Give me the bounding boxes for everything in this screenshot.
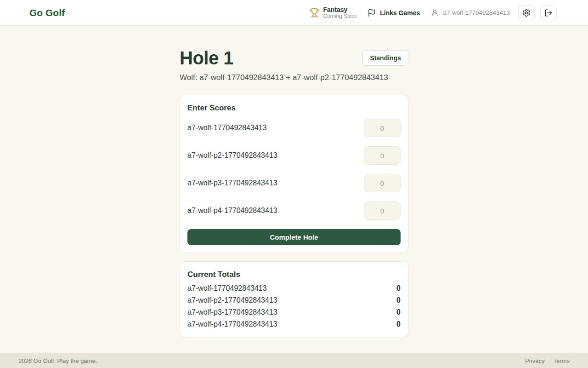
total-row: a7-wolf-p3-1770492843413 0 bbox=[187, 306, 401, 318]
fantasy-sublabel: Coming Soon bbox=[323, 13, 357, 20]
trophy-icon bbox=[310, 8, 319, 17]
footer: 2026 Go Golf. Play the game. Privacy Ter… bbox=[0, 353, 588, 368]
current-totals-card: Current Totals a7-wolf-1770492843413 0 a… bbox=[180, 261, 408, 337]
header-nav: Fantasy Coming Soon Links Games a7-wolf-… bbox=[310, 6, 557, 20]
username-text: a7-wolf-1770492843413 bbox=[443, 9, 510, 16]
app-logo[interactable]: Go Golf bbox=[29, 7, 65, 18]
content-container: Hole 1 Standings Wolf: a7-wolf-177049284… bbox=[180, 26, 408, 337]
total-player-name: a7-wolf-1770492843413 bbox=[187, 282, 267, 294]
fantasy-text: Fantasy Coming Soon bbox=[323, 6, 357, 20]
player-name: a7-wolf-p3-1770492843413 bbox=[187, 179, 277, 187]
header-button-group bbox=[518, 6, 557, 20]
nav-item-fantasy[interactable]: Fantasy Coming Soon bbox=[310, 6, 357, 20]
page-title: Hole 1 bbox=[180, 49, 233, 67]
complete-hole-button[interactable]: Complete Hole bbox=[187, 229, 401, 245]
score-row: a7-wolf-p2-1770492843413 bbox=[187, 146, 401, 165]
score-input-player-3[interactable] bbox=[364, 174, 401, 192]
header: Go Golf Fantasy Coming Soon bbox=[0, 0, 588, 26]
footer-copyright: 2026 Go Golf. Play the game. bbox=[18, 357, 97, 364]
score-input-player-1[interactable] bbox=[364, 119, 401, 137]
score-row: a7-wolf-p3-1770492843413 bbox=[187, 174, 401, 192]
enter-scores-title: Enter Scores bbox=[187, 104, 401, 113]
score-row: a7-wolf-p4-1770492843413 bbox=[187, 201, 401, 220]
logout-icon bbox=[544, 9, 553, 17]
score-row: a7-wolf-1770492843413 bbox=[187, 119, 401, 137]
total-row: a7-wolf-1770492843413 0 bbox=[187, 282, 401, 294]
gear-icon bbox=[522, 9, 531, 17]
flag-icon bbox=[368, 9, 376, 17]
logout-button[interactable] bbox=[540, 6, 557, 20]
terms-link[interactable]: Terms bbox=[554, 357, 570, 364]
title-row: Hole 1 Standings bbox=[180, 49, 408, 67]
user-icon bbox=[431, 9, 439, 17]
fantasy-label: Fantasy bbox=[323, 6, 357, 13]
total-player-name: a7-wolf-p4-1770492843413 bbox=[187, 318, 277, 330]
total-player-name: a7-wolf-p2-1770492843413 bbox=[187, 294, 277, 306]
total-value: 0 bbox=[396, 306, 401, 318]
enter-scores-card: Enter Scores a7-wolf-1770492843413 a7-wo… bbox=[180, 95, 408, 253]
main-content: Hole 1 Standings Wolf: a7-wolf-177049284… bbox=[0, 26, 588, 353]
score-input-player-4[interactable] bbox=[364, 201, 401, 220]
current-totals-title: Current Totals bbox=[187, 270, 401, 279]
total-value: 0 bbox=[396, 282, 401, 294]
privacy-link[interactable]: Privacy bbox=[525, 357, 545, 364]
player-name: a7-wolf-1770492843413 bbox=[187, 124, 267, 132]
total-player-name: a7-wolf-p3-1770492843413 bbox=[187, 306, 277, 318]
total-value: 0 bbox=[396, 294, 401, 306]
links-games-label: Links Games bbox=[380, 9, 420, 17]
score-input-player-2[interactable] bbox=[364, 146, 401, 165]
total-row: a7-wolf-p2-1770492843413 0 bbox=[187, 294, 401, 306]
nav-item-user[interactable]: a7-wolf-1770492843413 bbox=[431, 9, 510, 17]
settings-button[interactable] bbox=[518, 6, 535, 20]
total-row: a7-wolf-p4-1770492843413 0 bbox=[187, 318, 401, 330]
footer-links: Privacy Terms bbox=[525, 357, 570, 364]
standings-button[interactable]: Standings bbox=[362, 50, 408, 66]
player-name: a7-wolf-p2-1770492843413 bbox=[187, 151, 277, 160]
wolf-subtitle: Wolf: a7-wolf-1770492843413 + a7-wolf-p2… bbox=[180, 73, 408, 82]
total-value: 0 bbox=[396, 318, 401, 330]
nav-item-links-games[interactable]: Links Games bbox=[368, 9, 420, 17]
player-name: a7-wolf-p4-1770492843413 bbox=[187, 207, 277, 215]
